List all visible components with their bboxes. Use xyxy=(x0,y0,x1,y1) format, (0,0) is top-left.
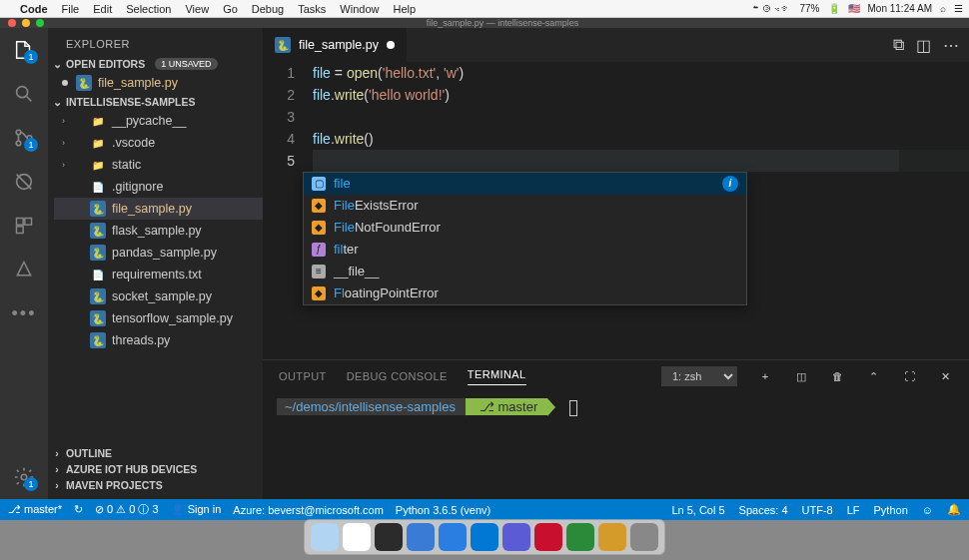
dock-app-icon[interactable] xyxy=(566,523,594,551)
window-title: file_sample.py — intellisense-samples xyxy=(427,18,579,28)
tree-item[interactable]: ›📁.vscode xyxy=(54,132,263,154)
close-window-icon[interactable] xyxy=(8,19,16,27)
terminal-selector[interactable]: 1: zsh xyxy=(661,366,737,386)
tree-item[interactable]: 🐍tensorflow_sample.py xyxy=(54,307,263,329)
status-azure[interactable]: Azure: beverst@microsoft.com xyxy=(233,504,384,516)
macos-dock[interactable] xyxy=(304,519,665,555)
split-terminal-icon[interactable]: ◫ xyxy=(793,370,809,383)
panel-tab-terminal[interactable]: TERMINAL xyxy=(468,368,526,385)
status-feedback-icon[interactable]: ☺ xyxy=(922,504,933,516)
extensions-icon[interactable] xyxy=(12,214,36,238)
spotlight-icon[interactable]: ⌕ xyxy=(940,3,946,14)
new-terminal-icon[interactable]: + xyxy=(757,370,773,382)
maven-header[interactable]: ›MAVEN PROJECTS xyxy=(48,477,263,493)
scm-icon[interactable]: 1 xyxy=(12,126,36,150)
status-cursor-pos[interactable]: Ln 5, Col 5 xyxy=(671,504,724,516)
kill-terminal-icon[interactable]: 🗑 xyxy=(829,370,845,382)
intellisense-item[interactable]: ≡__file__ xyxy=(304,261,746,282)
minimize-window-icon[interactable] xyxy=(22,19,30,27)
info-icon[interactable]: i xyxy=(722,176,738,192)
status-signin[interactable]: 👤 Sign in xyxy=(171,503,222,516)
intellisense-item[interactable]: ƒfilter xyxy=(304,239,746,261)
tree-item[interactable]: 🐍pandas_sample.py xyxy=(54,242,263,264)
window-controls[interactable] xyxy=(8,19,44,27)
menu-selection[interactable]: Selection xyxy=(126,3,171,15)
dock-app-icon[interactable] xyxy=(343,523,371,551)
dock-app-icon[interactable] xyxy=(630,523,658,551)
intellisense-item[interactable]: ◆FileNotFoundError xyxy=(304,217,746,239)
active-line-highlight xyxy=(313,150,969,172)
menu-window[interactable]: Window xyxy=(340,3,379,15)
dock-app-icon[interactable] xyxy=(471,523,498,551)
open-editor-item[interactable]: 🐍 file_sample.py xyxy=(54,72,263,94)
tree-item-label: file_sample.py xyxy=(112,202,192,216)
menu-file[interactable]: File xyxy=(62,3,80,15)
dock-app-icon[interactable] xyxy=(439,523,467,551)
tree-item[interactable]: 🐍file_sample.py xyxy=(54,198,263,220)
flag-icon[interactable]: 🇺🇸 xyxy=(848,3,860,14)
menu-edit[interactable]: Edit xyxy=(93,3,112,15)
split-editor-icon[interactable]: ◫ xyxy=(916,36,931,55)
status-branch[interactable]: ⎇ master* xyxy=(8,503,62,516)
search-icon[interactable] xyxy=(12,82,36,106)
status-eol[interactable]: LF xyxy=(847,504,860,516)
settings-icon[interactable]: 1 xyxy=(12,465,36,489)
tree-item[interactable]: 🐍socket_sample.py xyxy=(54,285,263,307)
azure-iot-header[interactable]: ›AZURE IOT HUB DEVICES xyxy=(48,461,263,477)
tree-item[interactable]: 🐍threads.py xyxy=(54,329,263,351)
status-python[interactable]: Python 3.6.5 (venv) xyxy=(396,504,490,516)
panel-tab-debug[interactable]: DEBUG CONSOLE xyxy=(347,370,448,382)
dock-app-icon[interactable] xyxy=(407,523,435,551)
menubar-status-icons[interactable]: ☁ ⧁ ⌥ ᯤ xyxy=(753,3,791,14)
debug-icon[interactable] xyxy=(12,170,36,194)
more-actions-icon[interactable]: ⋯ xyxy=(943,36,959,55)
panel-close-icon[interactable]: ✕ xyxy=(937,370,953,383)
more-icon[interactable]: ••• xyxy=(12,301,36,325)
intellisense-item[interactable]: ▢filei xyxy=(304,173,746,195)
terminal[interactable]: ~/demos/intellisense-samples ⎇ master xyxy=(263,392,969,499)
menu-debug[interactable]: Debug xyxy=(252,3,284,15)
compare-icon[interactable]: ⧉ xyxy=(893,36,904,55)
siri-icon[interactable]: ☰ xyxy=(954,3,963,14)
dock-app-icon[interactable] xyxy=(375,523,403,551)
azure-icon[interactable] xyxy=(12,258,36,281)
code-editor[interactable]: 12345 file = open('hello.txt', 'w')file.… xyxy=(263,62,969,359)
intellisense-item[interactable]: ◆FloatingPointError xyxy=(304,282,746,304)
dock-app-icon[interactable] xyxy=(502,523,530,551)
open-editors-header[interactable]: ⌄ OPEN EDITORS 1 UNSAVED xyxy=(48,56,263,72)
tree-item[interactable]: 🐍flask_sample.py xyxy=(54,220,263,242)
dock-app-icon[interactable] xyxy=(598,523,626,551)
tree-item[interactable]: 📄requirements.txt xyxy=(54,264,263,285)
menubar-app[interactable]: Code xyxy=(20,3,48,15)
tab-file-sample[interactable]: 🐍 file_sample.py xyxy=(263,28,408,62)
explorer-icon[interactable]: 1 xyxy=(12,38,36,62)
tree-item[interactable]: 📄.gitignore xyxy=(54,176,263,198)
svg-rect-7 xyxy=(17,227,24,234)
completion-kind-icon: ◆ xyxy=(312,286,326,300)
tab-bar: 🐍 file_sample.py ⧉ ◫ ⋯ xyxy=(263,28,969,62)
maximize-window-icon[interactable] xyxy=(36,19,44,27)
status-problems[interactable]: ⊘ 0 ⚠ 0 ⓘ 3 xyxy=(95,502,159,517)
intellisense-popup[interactable]: ▢filei◆FileExistsError◆FileNotFoundError… xyxy=(303,172,747,305)
intellisense-item[interactable]: ◆FileExistsError xyxy=(304,195,746,217)
tree-item[interactable]: ›📁static xyxy=(54,154,263,176)
status-sync-icon[interactable]: ↻ xyxy=(74,503,83,516)
menu-go[interactable]: Go xyxy=(223,3,238,15)
menu-tasks[interactable]: Tasks xyxy=(298,3,326,15)
panel-maximize-icon[interactable]: ⛶ xyxy=(901,370,917,382)
tree-item-label: __pycache__ xyxy=(112,114,186,128)
outline-header[interactable]: ›OUTLINE xyxy=(48,445,263,461)
minimap[interactable] xyxy=(899,62,969,359)
dock-app-icon[interactable] xyxy=(534,523,562,551)
dock-app-icon[interactable] xyxy=(311,523,339,551)
menu-view[interactable]: View xyxy=(185,3,209,15)
workspace-header[interactable]: ⌄ INTELLISENSE-SAMPLES xyxy=(48,94,263,110)
panel-up-icon[interactable]: ⌃ xyxy=(865,370,881,383)
status-language[interactable]: Python xyxy=(874,504,908,516)
status-encoding[interactable]: UTF-8 xyxy=(802,504,833,516)
status-bell-icon[interactable]: 🔔 xyxy=(947,503,961,516)
panel-tab-output[interactable]: OUTPUT xyxy=(279,370,327,382)
tree-item[interactable]: ›📁__pycache__ xyxy=(54,110,263,132)
menu-help[interactable]: Help xyxy=(393,3,416,15)
status-indent[interactable]: Spaces: 4 xyxy=(739,504,788,516)
